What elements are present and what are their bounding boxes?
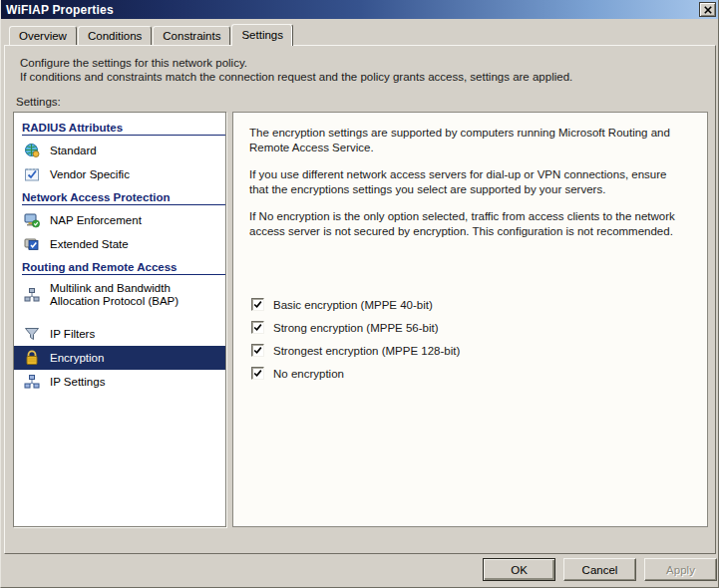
filter-icon [24, 326, 40, 342]
list-item-vendor-specific[interactable]: Vendor Specific [14, 162, 225, 186]
intro-line-1: Configure the settings for this network … [20, 56, 572, 70]
title-bar[interactable]: WiFIAP Properties [1, 0, 719, 19]
lock-icon [24, 350, 40, 366]
globe-icon [24, 143, 40, 158]
checkbox-label: Strong encryption (MPPE 56-bit) [273, 322, 439, 334]
checkbox-no-encryption[interactable]: No encryption [251, 367, 691, 380]
checkbox-checked-icon[interactable] [251, 321, 264, 334]
section-header-radius-attributes: RADIUS Attributes [22, 122, 225, 136]
computer-check-icon [24, 212, 40, 228]
tab-strip: Overview Conditions Constraints Settings [9, 24, 294, 45]
checkbox-checked-icon[interactable] [251, 367, 264, 380]
computer-state-icon [24, 236, 40, 252]
ok-button[interactable]: OK [483, 558, 555, 581]
list-item-ip-settings[interactable]: IP Settings [14, 370, 225, 394]
close-button[interactable] [699, 2, 716, 17]
settings-list[interactable]: RADIUS Attributes Standard [13, 112, 226, 527]
list-item-label: NAP Enforcement [50, 214, 142, 227]
settings-tab-page: Configure the settings for this network … [4, 45, 716, 554]
checkbox-label: Strongest encryption (MPPE 128-bit) [273, 345, 460, 357]
section-header-routing-remote-access: Routing and Remote Access [22, 261, 225, 275]
panel-paragraph-1: The encryption settings are supported by… [249, 126, 688, 154]
checkbox-basic-encryption[interactable]: Basic encryption (MPPE 40-bit) [251, 298, 691, 311]
list-item-encryption[interactable]: Encryption [14, 346, 225, 370]
list-item-extended-state[interactable]: Extended State [14, 232, 225, 256]
wifiap-properties-dialog: WiFIAP Properties Overview Conditions Co… [0, 0, 719, 588]
tab-conditions[interactable]: Conditions [78, 26, 152, 45]
list-item-ip-filters[interactable]: IP Filters [14, 322, 225, 346]
encryption-options: Basic encryption (MPPE 40-bit) Strong en… [251, 298, 691, 380]
apply-button[interactable]: Apply [644, 558, 717, 581]
tab-overview[interactable]: Overview [9, 26, 77, 45]
list-item-standard[interactable]: Standard [14, 139, 225, 162]
window-title: WiFIAP Properties [6, 3, 114, 17]
network-nodes-icon [24, 374, 40, 390]
tab-constraints[interactable]: Constraints [153, 26, 230, 45]
checkbox-strongest-encryption[interactable]: Strongest encryption (MPPE 128-bit) [251, 344, 691, 357]
vendor-specific-icon [24, 166, 40, 182]
section-header-network-access-protection: Network Access Protection [22, 191, 225, 205]
network-nodes-icon [24, 287, 40, 303]
checkbox-label: No encryption [273, 368, 344, 380]
list-item-label: Encryption [50, 352, 104, 365]
checkbox-checked-icon[interactable] [251, 298, 264, 311]
checkbox-strong-encryption[interactable]: Strong encryption (MPPE 56-bit) [251, 321, 691, 334]
checkbox-label: Basic encryption (MPPE 40-bit) [273, 299, 433, 311]
list-item-label: IP Settings [50, 376, 105, 389]
cancel-button[interactable]: Cancel [563, 558, 636, 581]
tab-settings[interactable]: Settings [231, 24, 293, 46]
panel-paragraph-3: If No encryption is the only option sele… [249, 209, 688, 238]
list-item-nap-enforcement[interactable]: NAP Enforcement [14, 208, 225, 232]
list-item-label: Extended State [50, 238, 129, 251]
list-item-label: Multilink and Bandwidth Allocation Proto… [50, 282, 199, 308]
checkbox-checked-icon[interactable] [251, 344, 264, 357]
intro-text: Configure the settings for this network … [20, 56, 572, 84]
panel-paragraph-2: If you use different network access serv… [249, 167, 688, 196]
list-item-label: Vendor Specific [50, 168, 130, 181]
settings-label: Settings: [16, 96, 61, 108]
list-item-label: IP Filters [50, 328, 95, 341]
encryption-detail-panel: The encryption settings are supported by… [232, 112, 708, 527]
close-icon [704, 6, 712, 14]
list-item-label: Standard [50, 145, 97, 157]
list-item-multilink-bap[interactable]: Multilink and Bandwidth Allocation Proto… [14, 278, 225, 312]
intro-line-2: If conditions and constraints match the … [20, 70, 572, 84]
